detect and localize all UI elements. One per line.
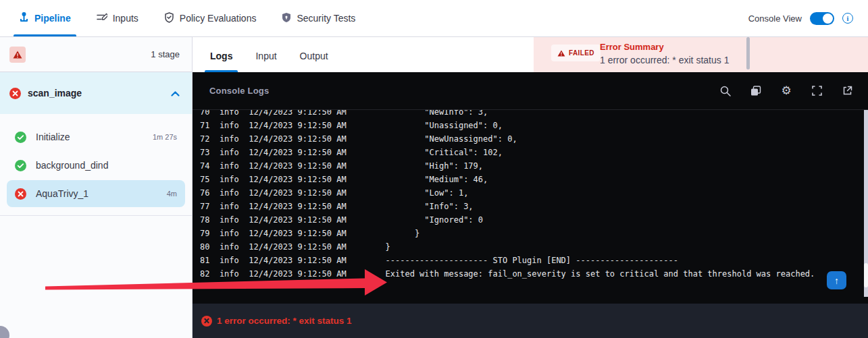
help-widget-partial[interactable] (0, 326, 9, 338)
failed-badge: FAILED (551, 45, 601, 61)
shield-check-icon (164, 12, 174, 25)
inputs-icon (97, 13, 107, 24)
gear-icon[interactable]: ⚙ (780, 85, 792, 97)
nav-tab-label: Policy Evaluations (180, 13, 257, 24)
log-viewport[interactable]: 70 info 12/4/2023 9:12:50 AM "NewInfo": … (193, 110, 868, 297)
tab-output[interactable]: Output (297, 51, 331, 72)
log-scrollbar-thumb[interactable] (864, 263, 868, 287)
stage-name: scan_image (28, 88, 164, 98)
shield-icon (282, 12, 291, 25)
step-name: AquaTrivy_1 (36, 188, 157, 199)
error-status-icon (15, 188, 26, 200)
detail-tabbar: Logs Input Output (193, 37, 534, 72)
error-circle-icon (201, 316, 212, 327)
tab-label: Input (255, 51, 276, 61)
step-duration: 1m 27s (153, 133, 177, 141)
warning-triangle-icon[interactable] (9, 47, 26, 63)
console-log-lines: 70 info 12/4/2023 9:12:50 AM "NewInfo": … (200, 110, 815, 281)
toggle-knob (823, 13, 833, 24)
sidebar-header: 1 stage (0, 37, 192, 72)
error-summary-band: FAILED Error Summary 1 error occurred: *… (534, 37, 868, 72)
error-summary-title: Error Summary (600, 42, 664, 52)
chevron-up-icon[interactable] (171, 87, 180, 99)
error-status-icon (9, 88, 21, 99)
console-title: Console Logs (209, 86, 269, 96)
step-name: background_dind (36, 160, 168, 171)
console-toolbar: ⚙ (719, 85, 853, 97)
nav-tab-pipeline[interactable]: Pipeline (19, 0, 71, 36)
error-summary-message: 1 error occurred: * exit status 1 (600, 55, 729, 65)
success-status-icon (15, 132, 26, 143)
nav-tab-label: Inputs (113, 13, 138, 24)
stage-row-scan-image[interactable]: scan_image (0, 72, 192, 114)
nav-tabs: Pipeline Inputs Policy Evaluations Sec (0, 0, 355, 36)
error-band-scrollbar[interactable] (746, 37, 750, 69)
footer-error-text: 1 error occurred: * exit status 1 (217, 316, 352, 326)
top-nav: Pipeline Inputs Policy Evaluations Sec (0, 0, 868, 37)
pipeline-icon (19, 12, 29, 25)
success-status-icon (15, 160, 26, 171)
failed-badge-label: FAILED (569, 49, 594, 57)
nav-tab-label: Security Tests (297, 13, 355, 24)
console-view-label: Console View (748, 13, 802, 24)
tab-input[interactable]: Input (253, 51, 279, 72)
open-in-new-icon[interactable] (841, 85, 853, 97)
search-icon[interactable] (719, 85, 732, 97)
step-row-background-dind[interactable]: background_dind (7, 152, 185, 179)
console-logs-panel: Console Logs ⚙ 70 info 12/4/2023 9:12:50… (193, 72, 868, 304)
step-name: Initialize (36, 132, 143, 142)
copy-icon[interactable] (750, 85, 762, 97)
active-tab-underline (14, 34, 76, 36)
warning-triangle-icon (557, 50, 565, 57)
nav-right-controls: Console View i (748, 12, 868, 25)
nav-tab-label: Pipeline (34, 13, 71, 24)
fullscreen-icon[interactable] (811, 85, 823, 97)
nav-tab-security-tests[interactable]: Security Tests (282, 0, 355, 36)
scroll-to-top-button[interactable]: ↑ (827, 271, 846, 289)
log-scrollbar-track[interactable] (864, 110, 868, 297)
tab-label: Output (300, 51, 328, 61)
pipeline-execution-page: Pipeline Inputs Policy Evaluations Sec (0, 0, 868, 338)
footer-error-bar: 1 error occurred: * exit status 1 (193, 304, 868, 338)
step-list: Initialize 1m 27s background_dind AquaTr… (0, 114, 192, 216)
step-row-initialize[interactable]: Initialize 1m 27s (7, 123, 185, 150)
step-duration: 4m (167, 190, 177, 198)
info-icon[interactable]: i (842, 13, 853, 24)
nav-tab-policy-evaluations[interactable]: Policy Evaluations (164, 0, 257, 36)
tab-logs[interactable]: Logs (207, 51, 235, 72)
execution-sidebar: 1 stage scan_image Initialize 1m 27s (0, 37, 193, 338)
console-header: Console Logs ⚙ (193, 72, 868, 110)
tab-label: Logs (210, 51, 232, 61)
console-view-toggle[interactable] (810, 12, 834, 25)
nav-tab-inputs[interactable]: Inputs (97, 0, 138, 36)
step-row-aquatrivy[interactable]: AquaTrivy_1 4m (7, 180, 185, 207)
stage-count: 1 stage (151, 49, 180, 59)
